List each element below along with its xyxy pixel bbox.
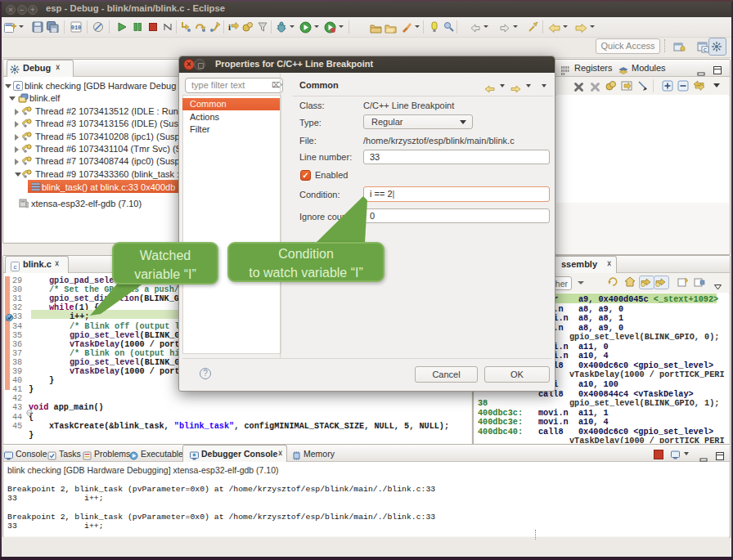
- svg-text:c: c: [14, 263, 17, 271]
- svg-text:C: C: [704, 47, 708, 52]
- svg-text:i: i: [228, 22, 231, 32]
- svg-text:010: 010: [71, 25, 82, 31]
- svg-text:C: C: [16, 83, 20, 92]
